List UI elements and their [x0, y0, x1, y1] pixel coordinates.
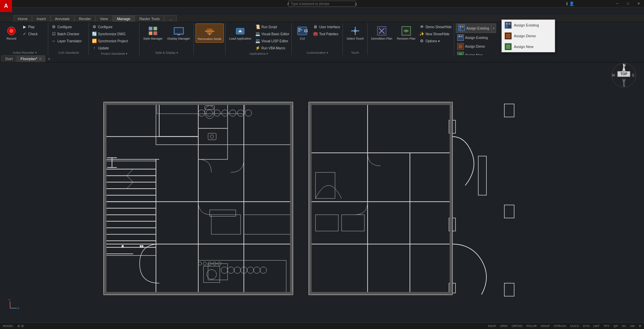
svg-rect-3 [154, 27, 157, 30]
check-button[interactable]: ✓ Check [21, 31, 39, 37]
tab-render[interactable]: Render [74, 15, 95, 22]
status-tpy[interactable]: TPY [602, 324, 611, 328]
svg-rect-145 [506, 23, 508, 25]
run-script-button[interactable]: 📜 Run Script [254, 23, 290, 30]
load-application-button[interactable]: Load Application [227, 23, 253, 42]
select-touch-button[interactable]: Select Touch [344, 23, 366, 42]
status-isnap[interactable]: ISNAP [539, 324, 551, 328]
load-app-icon [234, 25, 246, 37]
svg-text:R: R [209, 33, 211, 36]
configure-project-button[interactable]: ⚙ Configure [91, 23, 129, 30]
wcs-icon: X Y [7, 298, 20, 312]
svg-rect-29 [458, 35, 464, 41]
sync-project-button[interactable]: 🔁 Synchronize Project [91, 38, 129, 44]
revision-plan-button[interactable]: Revision Plan [395, 23, 418, 42]
status-qp[interactable]: QP [612, 324, 619, 328]
status-snap[interactable]: SNAP [486, 324, 497, 328]
svg-rect-130 [450, 102, 452, 295]
tab-floorplan[interactable]: Floorplan* ✕ [17, 55, 45, 62]
tab-raster-tools[interactable]: Raster Tools [135, 15, 164, 22]
assign-demo-label: Assign Demo [465, 45, 485, 48]
batch-checker-button[interactable]: ☑ Batch Checker [50, 31, 83, 37]
customization-title[interactable]: Customization ▾ [293, 50, 341, 54]
check-icon: ✓ [22, 31, 27, 37]
assign-existing-row2[interactable]: Assign Existing [456, 34, 496, 42]
floorplan-container[interactable]: 5 12 [0, 55, 644, 322]
lisp-editor-button[interactable]: 💻 Visual LISP Editor [254, 38, 290, 44]
tab-annotate[interactable]: Annotate [51, 15, 74, 22]
search-input[interactable] [288, 1, 356, 7]
status-settings[interactable]: ⚙ [637, 324, 643, 328]
tab-view[interactable]: View [96, 15, 112, 22]
tab-start[interactable]: Start [1, 55, 16, 62]
status-sc[interactable]: SC [621, 324, 628, 328]
demo-show-hide-button[interactable]: 👁 Demo Show/Hide [418, 23, 453, 30]
select-touch-icon [349, 25, 361, 37]
sync-dwg-button[interactable]: 🔄 Synchronize DWG [91, 31, 129, 37]
tab-insert[interactable]: Insert [32, 15, 50, 22]
revision-plan-icon [400, 25, 412, 37]
svg-rect-28 [460, 28, 461, 30]
assign-existing-split-btn[interactable]: Assign Existing ▾ [456, 23, 496, 33]
tab-manage[interactable]: Manage [113, 15, 135, 22]
top-view-button[interactable]: TOP [618, 71, 630, 77]
svg-point-20 [354, 30, 357, 32]
drawing-area: [-][Top][2D Wireframe] [0, 55, 644, 322]
navigation-cube[interactable]: E W N S TOP [610, 62, 637, 102]
assign-demo-row[interactable]: Assign Demo [456, 42, 496, 50]
cui-button[interactable]: CUI CUI [293, 23, 311, 42]
vb-editor-button[interactable]: 💻 Visual Basic Editor [254, 31, 290, 37]
demo-show-hide-icon: 👁 [419, 24, 425, 30]
assign-dropdown-arrow[interactable]: ▾ [491, 24, 496, 33]
dropdown-assign-demo[interactable]: Assign Demo [502, 31, 555, 41]
user-interface-button[interactable]: 🖥 User Interface [312, 23, 341, 30]
tab-add-button[interactable]: + [46, 55, 52, 62]
action-recorder-title[interactable]: Action Recorder ▾ [3, 50, 47, 54]
options-button[interactable]: ⚙ Options ▾ [418, 38, 453, 44]
vba-macro-button[interactable]: ⚡ Run VBA Macro [254, 45, 290, 51]
renovation-title [196, 54, 224, 54]
update-project-button[interactable]: ↑ Update [91, 45, 129, 51]
record-button[interactable]: Record [3, 23, 20, 42]
new-show-hide-icon: ✨ [419, 31, 425, 37]
group-demolition: Demolition Plan Revision Plan 👁 Demo Sho… [368, 23, 454, 55]
close-btn[interactable]: ✕ [633, 0, 644, 7]
svg-rect-16 [298, 28, 301, 29]
dropdown-assign-existing-icon [504, 21, 512, 29]
app-button[interactable]: A [0, 0, 12, 12]
status-ducs[interactable]: DUCS [569, 324, 581, 328]
layer-translator-button[interactable]: ↔ Layer Translator [50, 38, 83, 44]
status-model[interactable]: MODEL [1, 324, 15, 328]
cad-standards-title: CAD Standards [50, 50, 87, 54]
status-ortho[interactable]: ORTHO [510, 324, 524, 328]
display-manager-button[interactable]: Display Manager [165, 23, 192, 42]
status-grid[interactable]: GRID [499, 324, 509, 328]
dropdown-assign-new[interactable]: Assign New [502, 41, 555, 52]
status-am[interactable]: AM [629, 324, 636, 328]
style-display-title[interactable]: Style & Display ▾ [141, 50, 192, 54]
status-polar[interactable]: POLAR [525, 324, 538, 328]
renovation-icon: R [204, 25, 216, 37]
renovation-mode-button[interactable]: R Renovation Mode [196, 23, 224, 43]
style-manager-button[interactable]: Style Manager [141, 23, 165, 42]
info-icon[interactable]: ℹ [566, 1, 568, 6]
minimize-btn[interactable]: ─ [612, 0, 623, 7]
play-button[interactable]: ▶ Play [21, 23, 39, 30]
tab-extra[interactable]: … [164, 15, 177, 22]
tool-palettes-button[interactable]: 🧰 Tool Palettes [312, 31, 341, 37]
dropdown-assign-existing[interactable]: Assign Existing [502, 20, 555, 31]
status-dyn[interactable]: DYN [582, 324, 591, 328]
new-show-hide-button[interactable]: ✨ New Show/Hide [418, 31, 453, 37]
status-lwt[interactable]: LWT [592, 324, 601, 328]
tab-close-floorplan[interactable]: ✕ [39, 57, 42, 61]
search-box[interactable] [288, 0, 356, 7]
user-icon[interactable]: 👤 [569, 1, 574, 6]
restore-btn[interactable]: □ [623, 0, 633, 7]
status-otrack[interactable]: OTRACK [552, 324, 568, 328]
group-project-standards: ⚙ Configure 🔄 Synchronize DWG 🔁 Synchron… [89, 23, 140, 55]
configure-cad-button[interactable]: ⚙ Configure [50, 23, 83, 30]
tab-home[interactable]: Home [13, 15, 32, 22]
svg-text:W: W [612, 74, 615, 77]
demolition-plan-button[interactable]: Demolition Plan [369, 23, 394, 42]
status-layouts[interactable]: ⊞ ⊞ [16, 324, 25, 328]
